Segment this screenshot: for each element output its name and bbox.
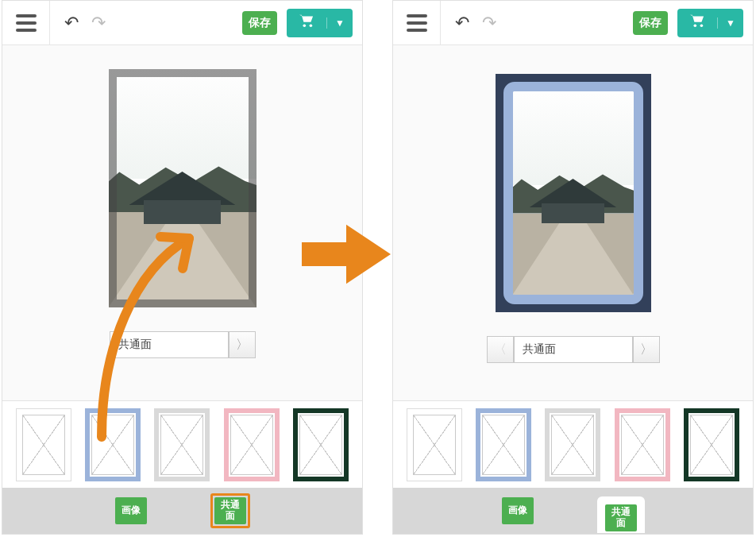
- frame-thumbnail-strip: [2, 400, 362, 488]
- redo-button: ↷: [482, 14, 496, 32]
- page-next-button[interactable]: 〉: [633, 336, 660, 363]
- save-button[interactable]: 保存: [633, 11, 668, 35]
- tab-image-label: 画像: [115, 497, 147, 524]
- frame-option-blue[interactable]: [476, 408, 531, 481]
- cart-icon: [677, 14, 717, 32]
- page-prev-button[interactable]: 〈: [487, 336, 514, 363]
- redo-button: ↷: [91, 14, 106, 32]
- page-selector: 〈 共通面 〉: [487, 336, 660, 363]
- tab-common-face[interactable]: 共通 面: [210, 493, 250, 528]
- tab-common-face[interactable]: 共通 面: [597, 496, 645, 533]
- tab-image[interactable]: 画像: [502, 497, 534, 524]
- menu-button[interactable]: [393, 1, 441, 44]
- svg-point-2: [694, 25, 697, 28]
- product-preview[interactable]: [496, 74, 651, 312]
- cart-button[interactable]: ▼: [677, 9, 743, 37]
- frame-option-none[interactable]: [407, 408, 462, 481]
- undo-button[interactable]: ↶: [455, 14, 469, 32]
- history-controls: ↶ ↷: [441, 14, 496, 32]
- svg-point-0: [303, 25, 307, 28]
- menu-button[interactable]: [2, 1, 50, 44]
- top-toolbar: ↶ ↷ 保存 ▼: [2, 1, 362, 45]
- frame-option-pink[interactable]: [615, 408, 670, 481]
- product-preview[interactable]: [109, 69, 256, 307]
- frame-option-pink[interactable]: [224, 408, 280, 481]
- frame-thumbnail-strip: [393, 400, 753, 488]
- canvas-area: 〈 共通面 〉: [393, 45, 753, 400]
- frame-option-grey[interactable]: [545, 408, 600, 481]
- cart-button[interactable]: ▼: [287, 9, 353, 37]
- page-name-field[interactable]: 共通面: [110, 331, 229, 358]
- cart-icon: [287, 14, 326, 32]
- cart-dropdown-icon[interactable]: ▼: [717, 17, 743, 29]
- frame-option-blue[interactable]: [85, 408, 141, 481]
- page-selector: 共通面 〉: [110, 331, 256, 358]
- transition-arrow-icon: [302, 222, 391, 286]
- history-controls: ↶ ↷: [50, 14, 106, 32]
- tab-image[interactable]: 画像: [115, 497, 147, 524]
- bottom-tab-bar: 画像 共通 面: [393, 488, 753, 534]
- tab-common-face-label: 共通 面: [214, 497, 246, 524]
- undo-button[interactable]: ↶: [64, 14, 79, 32]
- frame-option-darkgreen[interactable]: [684, 408, 739, 481]
- tab-image-label: 画像: [502, 497, 534, 524]
- cart-dropdown-icon[interactable]: ▼: [326, 17, 353, 29]
- frame-option-none[interactable]: [16, 408, 71, 481]
- frame-option-darkgreen[interactable]: [293, 408, 349, 481]
- tab-common-face-label: 共通 面: [605, 504, 637, 531]
- frame-overlay-blue: [503, 82, 643, 304]
- page-name-field[interactable]: 共通面: [514, 336, 633, 363]
- bottom-tab-bar: 画像 共通 面: [2, 488, 362, 534]
- hamburger-icon: [16, 14, 37, 32]
- hamburger-icon: [407, 14, 427, 32]
- editor-panel-after: ↶ ↷ 保存 ▼ 〈 共通面: [392, 0, 754, 535]
- svg-point-1: [310, 25, 313, 28]
- save-button[interactable]: 保存: [242, 11, 277, 35]
- frame-option-grey[interactable]: [154, 408, 210, 481]
- page-next-button[interactable]: 〉: [229, 331, 256, 358]
- svg-point-3: [700, 25, 704, 28]
- top-toolbar: ↶ ↷ 保存 ▼: [393, 1, 753, 45]
